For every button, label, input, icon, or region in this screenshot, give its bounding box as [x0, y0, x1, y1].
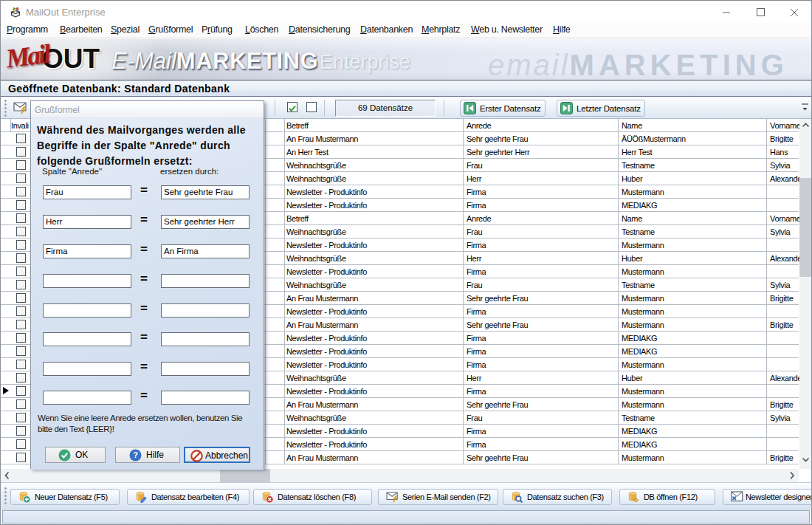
svg-text:?: ?	[133, 450, 138, 459]
